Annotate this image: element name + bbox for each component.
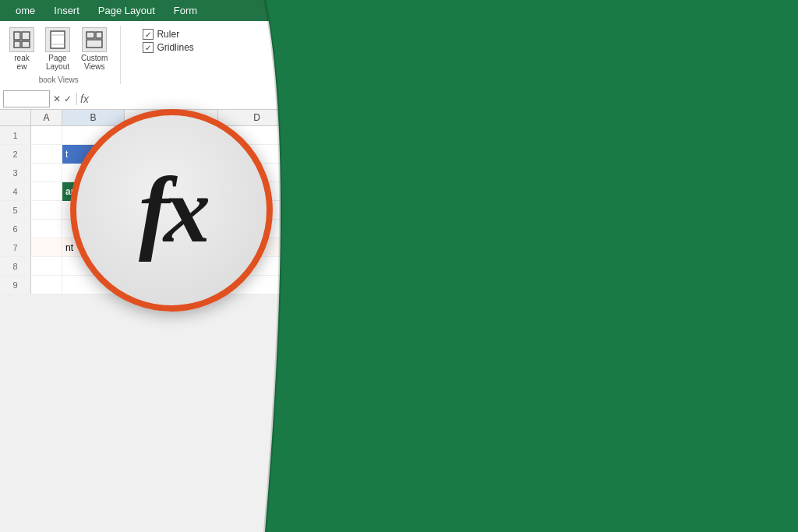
- tab-insert[interactable]: Insert: [44, 0, 89, 21]
- tab-page-layout[interactable]: Page Layout: [89, 0, 164, 21]
- custom-views-button[interactable]: CustomViews: [78, 26, 111, 72]
- svg-rect-4: [51, 31, 65, 48]
- name-box[interactable]: [3, 90, 50, 107]
- cell-a1[interactable]: [31, 126, 62, 145]
- normal-view-button[interactable]: reakew: [6, 26, 37, 72]
- svg-rect-3: [22, 41, 30, 48]
- cell-a6[interactable]: [31, 220, 62, 238]
- fx-bar-label: fx: [76, 93, 92, 105]
- svg-rect-2: [14, 41, 20, 48]
- col-header-d[interactable]: D: [218, 110, 296, 125]
- formula-title-len: LEN: [393, 133, 751, 195]
- page-layout-button[interactable]: PageLayout: [42, 26, 73, 72]
- row-header-4: 4: [0, 182, 31, 200]
- svg-rect-1: [22, 32, 30, 40]
- row-header-1: 1: [0, 126, 31, 144]
- row-header-6: 6: [0, 220, 31, 238]
- ribbon-content: reakew PageLayout: [0, 21, 327, 89]
- workbook-views-label: book Views: [39, 76, 79, 84]
- formula-bar-icons: ✕ ✓: [53, 93, 73, 104]
- ribbon-group-workbook-views: reakew PageLayout: [6, 26, 121, 84]
- svg-rect-8: [96, 32, 102, 38]
- cell-a8[interactable]: [31, 257, 62, 276]
- custom-views-icon: [82, 27, 107, 52]
- normal-view-icon: [9, 27, 34, 52]
- normal-view-label: reakew: [14, 54, 29, 71]
- formula-title-left: LEFT: [393, 201, 751, 262]
- page-layout-icon: [45, 27, 70, 52]
- formula-title-mid: MID: [393, 337, 751, 399]
- ribbon-view-buttons: reakew PageLayout: [6, 26, 111, 72]
- header-spacer: [0, 110, 31, 125]
- ribbon-group-show: ✓ Ruler ✓ Gridlines: [136, 26, 200, 58]
- page-layout-label: PageLayout: [46, 54, 69, 71]
- ruler-checkbox-row[interactable]: ✓ Ruler: [143, 29, 193, 40]
- formula-bar: ✕ ✓ fx: [0, 89, 327, 110]
- row-header-9: 9: [0, 276, 31, 294]
- gridlines-label: Gridlines: [157, 42, 193, 53]
- row-header-5: 5: [0, 201, 31, 219]
- svg-rect-0: [14, 32, 20, 40]
- cell-a5[interactable]: [31, 201, 62, 220]
- formula-input[interactable]: [95, 92, 324, 106]
- fx-symbol: fx: [139, 164, 204, 257]
- svg-rect-7: [87, 32, 94, 38]
- svg-rect-9: [87, 40, 102, 48]
- cancel-formula-icon[interactable]: ✕: [53, 93, 61, 104]
- cell-a2[interactable]: [31, 145, 62, 164]
- fx-formula-circle: fx: [70, 109, 273, 312]
- cell-a7[interactable]: [31, 238, 62, 257]
- custom-views-label: CustomViews: [81, 54, 108, 71]
- formula-titles-panel: LEN LEFT RIGHT MID: [315, 0, 798, 532]
- ruler-label: Ruler: [157, 29, 179, 40]
- gridlines-checkmark: ✓: [143, 42, 154, 53]
- row-header-7: 7: [0, 238, 31, 256]
- ruler-checkmark: ✓: [143, 29, 154, 40]
- col-header-a[interactable]: A: [31, 110, 62, 125]
- tab-home[interactable]: ome: [6, 0, 44, 21]
- confirm-formula-icon[interactable]: ✓: [64, 93, 72, 104]
- cell-a4[interactable]: [31, 182, 62, 201]
- formula-title-right: RIGHT: [393, 270, 751, 331]
- row-header-8: 8: [0, 257, 31, 275]
- cell-a9[interactable]: [31, 276, 62, 294]
- row-header-3: 3: [0, 164, 31, 181]
- gridlines-checkbox-row[interactable]: ✓ Gridlines: [143, 42, 193, 53]
- row-header-2: 2: [0, 145, 31, 163]
- cell-a3[interactable]: [31, 164, 62, 182]
- ribbon-tabs: ome Insert Page Layout Form: [0, 0, 327, 21]
- col-header-b[interactable]: B: [62, 110, 125, 125]
- tab-formulas[interactable]: Form: [164, 0, 207, 21]
